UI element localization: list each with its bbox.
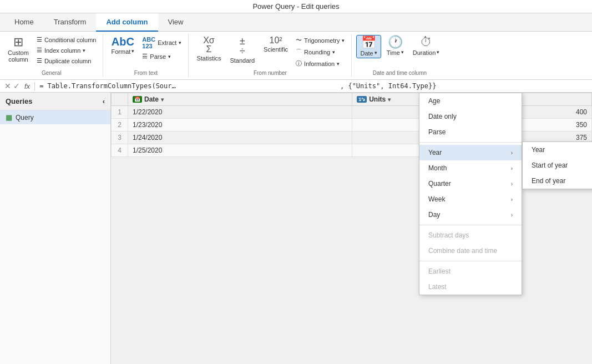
statistics-icon: XσΣ bbox=[203, 36, 215, 54]
rounding-button[interactable]: ⌒ Rounding ▾ bbox=[294, 47, 347, 57]
format-icon: AbC bbox=[112, 36, 134, 47]
month-label: Month bbox=[428, 164, 447, 172]
conditional-column-icon: ☰ bbox=[37, 36, 42, 43]
information-icon: ⓘ bbox=[296, 59, 302, 68]
menu-item-date-only[interactable]: Date only bbox=[419, 109, 522, 124]
earliest-label: Earliest bbox=[428, 267, 451, 275]
tab-home[interactable]: Home bbox=[4, 13, 44, 32]
ribbon-group-from-number: XσΣ Statistics ±÷ Standard 10² Scientifi… bbox=[189, 34, 352, 77]
date-dropdown-icon: ▾ bbox=[375, 50, 377, 55]
title-bar: Power Query - Edit queries bbox=[0, 0, 592, 13]
tab-transform[interactable]: Transform bbox=[44, 13, 97, 32]
day-label: Day bbox=[428, 211, 440, 219]
year-chevron: › bbox=[511, 150, 513, 156]
date-filter-icon[interactable]: ▾ bbox=[161, 97, 164, 103]
formula-text: = Table.TransformColumnTypes(Sour… , {"U… bbox=[39, 82, 588, 90]
conditional-column-button[interactable]: ☰ Conditional column bbox=[34, 35, 99, 44]
sidebar-item-query[interactable]: ▦ Query bbox=[0, 110, 110, 124]
menu-item-week[interactable]: Week › bbox=[419, 191, 522, 207]
latest-label: Latest bbox=[428, 283, 447, 291]
tab-view[interactable]: View bbox=[158, 13, 194, 32]
from-number-items: XσΣ Statistics ±÷ Standard 10² Scientifi… bbox=[193, 35, 347, 69]
formula-bar: ✕ ✓ fx = Table.TransformColumnTypes(Sour… bbox=[0, 80, 592, 93]
from-text-items: AbC Format ▾ ABC123 Extract ▾ ☰ Parse ▾ bbox=[108, 35, 184, 69]
information-button[interactable]: ⓘ Information ▾ bbox=[294, 58, 347, 69]
menu-item-age[interactable]: Age bbox=[419, 93, 522, 109]
day-chevron: › bbox=[511, 212, 513, 218]
week-chevron: › bbox=[511, 196, 513, 203]
extract-dropdown-icon: ▾ bbox=[179, 40, 181, 46]
submenu-start-of-year[interactable]: Start of year bbox=[523, 158, 592, 173]
submenu-year[interactable]: Year bbox=[523, 142, 592, 158]
quarter-label: Quarter bbox=[428, 180, 451, 188]
general-col: ☰ Conditional column ☰ Index column ▾ ☰ … bbox=[34, 35, 99, 65]
rounding-label: Rounding bbox=[304, 49, 330, 55]
index-column-label: Index column bbox=[44, 47, 80, 54]
standard-label: Standard bbox=[230, 57, 255, 64]
query-table-icon: ▦ bbox=[6, 113, 12, 122]
rounding-icon: ⌒ bbox=[296, 48, 302, 56]
information-label: Information bbox=[304, 60, 335, 67]
trigonometry-icon: 〜 bbox=[296, 36, 302, 44]
date-button[interactable]: 📅 Date ▾ bbox=[356, 35, 381, 58]
confirm-icon[interactable]: ✓ bbox=[13, 82, 20, 90]
custom-column-label: Customcolumn bbox=[8, 49, 29, 63]
scientific-button[interactable]: 10² Scientific bbox=[260, 35, 291, 54]
parse-label: Parse bbox=[150, 53, 166, 60]
format-label: Format bbox=[111, 48, 130, 55]
statistics-button[interactable]: XσΣ Statistics bbox=[193, 35, 224, 63]
subtract-days-label: Subtract days bbox=[428, 231, 469, 239]
duplicate-column-icon: ☰ bbox=[37, 57, 42, 64]
index-column-icon: ☰ bbox=[37, 47, 42, 54]
menu-item-day[interactable]: Day › bbox=[419, 207, 522, 223]
parse-menu-label: Parse bbox=[428, 128, 446, 136]
quarter-chevron: › bbox=[511, 181, 513, 187]
number-col: 〜 Trigonometry ▾ ⌒ Rounding ▾ ⓘ Informat… bbox=[294, 35, 347, 69]
ribbon-group-date-time: 📅 Date ▾ 🕐 Time ▾ ⏱ Duration ▾ bbox=[352, 34, 447, 77]
format-dropdown-icon: ▾ bbox=[131, 48, 134, 54]
rounding-dropdown-icon: ▾ bbox=[332, 49, 335, 55]
parse-dropdown-icon: ▾ bbox=[168, 54, 171, 59]
tab-add-column[interactable]: Add column bbox=[96, 13, 158, 32]
sidebar-collapse-icon[interactable]: ‹ bbox=[103, 97, 105, 105]
format-button[interactable]: AbC Format ▾ bbox=[108, 35, 138, 56]
trigonometry-button[interactable]: 〜 Trigonometry ▾ bbox=[294, 35, 347, 46]
time-dropdown-icon: ▾ bbox=[401, 49, 404, 55]
extract-icon: ABC123 bbox=[142, 36, 155, 49]
ribbon: ⊞ Customcolumn ☰ Conditional column ☰ In… bbox=[0, 32, 592, 80]
menu-item-month[interactable]: Month › bbox=[419, 160, 522, 176]
sidebar-item-label: Query bbox=[16, 114, 34, 122]
menu-item-quarter[interactable]: Quarter › bbox=[419, 176, 522, 191]
from-text-group-label: From text bbox=[134, 70, 158, 76]
sidebar-title: Queries bbox=[6, 97, 32, 105]
submenu-year-label: Year bbox=[532, 146, 545, 154]
index-column-button[interactable]: ☰ Index column ▾ bbox=[34, 46, 99, 55]
cancel-icon[interactable]: ✕ bbox=[4, 82, 11, 90]
time-button[interactable]: 🕐 Time ▾ bbox=[383, 35, 407, 57]
duration-button[interactable]: ⏱ Duration ▾ bbox=[409, 35, 443, 57]
menu-item-parse[interactable]: Parse bbox=[419, 124, 522, 140]
date-time-group-label: Date and time column bbox=[373, 70, 427, 76]
standard-button[interactable]: ±÷ Standard bbox=[226, 35, 258, 65]
date-dropdown-menu: Age Date only Parse Year › Month › Quart… bbox=[419, 93, 522, 295]
menu-item-year[interactable]: Year › bbox=[419, 145, 522, 160]
time-icon: 🕐 bbox=[388, 36, 403, 48]
separator-2 bbox=[419, 225, 522, 225]
row-num-1: 1 bbox=[112, 106, 128, 119]
row-num-4: 4 bbox=[112, 144, 128, 157]
submenu-end-of-year[interactable]: End of year bbox=[523, 173, 592, 189]
extract-button[interactable]: ABC123 Extract ▾ bbox=[140, 35, 184, 50]
index-column-dropdown-icon: ▾ bbox=[83, 48, 85, 53]
menu-item-earliest: Earliest bbox=[419, 264, 522, 279]
date-column-header: 📅 Date ▾ bbox=[128, 93, 352, 106]
custom-column-button[interactable]: ⊞ Customcolumn bbox=[4, 35, 32, 64]
duplicate-column-button[interactable]: ☰ Duplicate column bbox=[34, 56, 99, 65]
parse-button[interactable]: ☰ Parse ▾ bbox=[140, 52, 184, 61]
custom-column-icon: ⊞ bbox=[13, 36, 23, 48]
age-label: Age bbox=[428, 97, 440, 105]
sidebar: Queries ‹ ▦ Query bbox=[0, 93, 111, 364]
from-number-group-label: From number bbox=[254, 70, 287, 76]
duration-label: Duration bbox=[413, 49, 436, 56]
units-filter-icon[interactable]: ▾ bbox=[388, 97, 391, 103]
units-type-icon: 1²₃ bbox=[357, 96, 367, 103]
